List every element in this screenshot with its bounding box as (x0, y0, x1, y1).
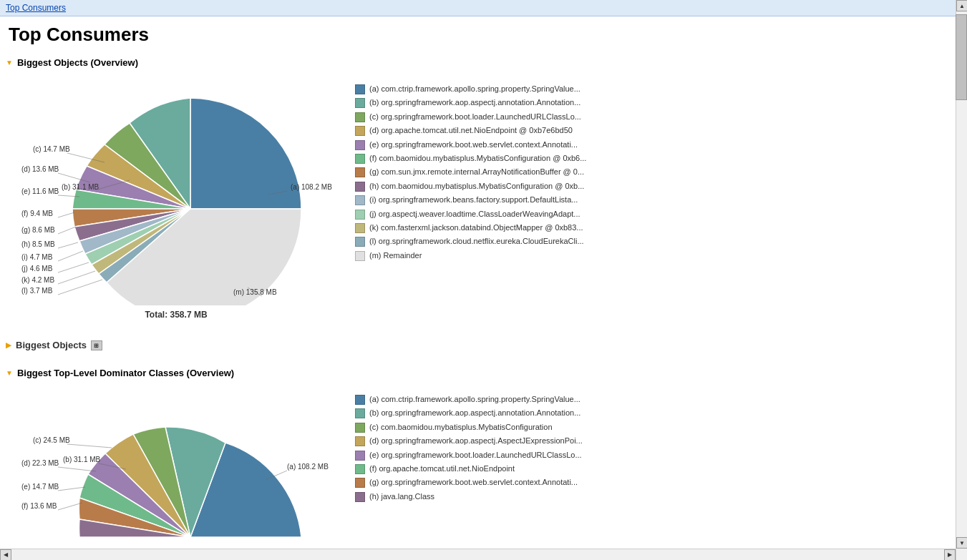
legend-color-3h (355, 492, 365, 502)
legend-text-1l: (l) org.springframework.cloud.netflix.eu… (369, 236, 584, 247)
section-dominator-classes: ▼ Biggest Top-Level Dominator Classes (O… (0, 365, 956, 550)
legend-color-3a (355, 395, 365, 405)
chart-area-3: (a) 108.2 MB (b) 31.1 MB (c) 24.5 MB (d)… (11, 387, 341, 544)
svg-line-18 (58, 212, 74, 217)
legend-item-3f: (f) org.apache.tomcat.util.net.NioEndpoi… (355, 463, 944, 474)
legend-text-1k: (k) com.fasterxml.jackson.databind.Objec… (369, 222, 583, 233)
legend-color-1a (355, 84, 365, 94)
svg-line-24 (58, 280, 102, 295)
svg-text:(i) 4.7 MB: (i) 4.7 MB (21, 253, 53, 261)
legend-item-1a: (a) com.ctrip.framework.apollo.spring.pr… (355, 84, 944, 94)
svg-line-20 (58, 242, 78, 248)
legend-text-1h: (h) com.baomidou.mybatisplus.MybatisConf… (369, 181, 584, 192)
legend-item-1c: (c) org.springframework.boot.loader.Laun… (355, 112, 944, 122)
svg-text:(a) 108.2 MB: (a) 108.2 MB (291, 183, 332, 191)
legend-text-1b: (b) org.springframework.aop.aspectj.anno… (369, 97, 580, 108)
legend-color-3g (355, 478, 365, 488)
chart1-total: Total: 358.7 MB (11, 310, 341, 320)
legend-text-1i: (i) org.springframework.beans.factory.su… (369, 195, 578, 205)
chart-area-1: (a) 108.2 MB (b) 31.1 MB (c) 14.7 MB (d)… (11, 77, 341, 320)
legend-item-3h: (h) java.lang.Class (355, 491, 944, 502)
legend-color-3b (355, 408, 365, 418)
legend-item-3d: (d) org.springframework.aop.aspectj.Aspe… (355, 436, 944, 446)
scroll-thumb-v[interactable] (956, 14, 967, 100)
legend-text-1d: (d) org.apache.tomcat.util.net.NioEndpoi… (369, 125, 573, 136)
legend-color-1f (355, 154, 365, 164)
legend-color-1h (355, 182, 365, 192)
legend-color-1i (355, 195, 365, 205)
legend-item-1e: (e) org.springframework.boot.web.servlet… (355, 139, 944, 150)
legend-color-1d (355, 126, 365, 136)
legend-text-3h: (h) java.lang.Class (369, 491, 434, 502)
svg-text:(e) 11.6 MB: (e) 11.6 MB (21, 187, 59, 195)
legend-item-1m: (m) Remainder (355, 250, 944, 261)
legend-item-3c: (c) com.baomidou.mybatisplus.MybatisConf… (355, 422, 944, 433)
legend-text-3b: (b) org.springframework.aop.aspectj.anno… (369, 408, 580, 418)
legend-item-1d: (d) org.apache.tomcat.util.net.NioEndpoi… (355, 125, 944, 136)
table-icon[interactable]: ⊞ (91, 340, 102, 350)
legend-text-3f: (f) org.apache.tomcat.util.net.NioEndpoi… (369, 463, 515, 474)
legend-text-3d: (d) org.springframework.aop.aspectj.Aspe… (369, 436, 583, 446)
page-title: Top Consumers (0, 16, 956, 54)
legend-text-3e: (e) org.springframework.boot.loader.Laun… (369, 450, 582, 461)
legend-item-1k: (k) com.fasterxml.jackson.databind.Objec… (355, 222, 944, 233)
legend-item-1h: (h) com.baomidou.mybatisplus.MybatisConf… (355, 181, 944, 192)
svg-text:(c) 14.7 MB: (c) 14.7 MB (33, 145, 70, 153)
legend-color-1e (355, 140, 365, 150)
scroll-up-arrow[interactable]: ▲ (956, 0, 967, 11)
svg-text:(a) 108.2 MB: (a) 108.2 MB (287, 463, 329, 471)
pie-chart-1: (a) 108.2 MB (b) 31.1 MB (c) 14.7 MB (d)… (11, 77, 341, 305)
scroll-left-arrow[interactable]: ◀ (0, 549, 11, 561)
svg-text:(d) 13.6 MB: (d) 13.6 MB (21, 165, 59, 173)
legend-color-3f (355, 464, 365, 474)
legend-text-1m: (m) Remainder (369, 250, 422, 261)
legend-color-1g (355, 167, 365, 177)
section2-title: Biggest Objects (16, 340, 87, 350)
section3-header[interactable]: ▼ Biggest Top-Level Dominator Classes (O… (0, 365, 956, 381)
legend-item-1i: (i) org.springframework.beans.factory.su… (355, 195, 944, 205)
svg-line-34 (67, 444, 112, 448)
svg-text:(c) 24.5 MB: (c) 24.5 MB (33, 436, 70, 444)
svg-line-22 (58, 262, 89, 272)
legend-item-3b: (b) org.springframework.aop.aspectj.anno… (355, 408, 944, 418)
svg-text:(k) 4.2 MB: (k) 4.2 MB (21, 276, 54, 284)
legend-color-1c (355, 112, 365, 122)
legend-color-3e (355, 451, 365, 461)
scroll-right-arrow[interactable]: ▶ (944, 549, 956, 561)
legend-text-3c: (c) com.baomidou.mybatisplus.MybatisConf… (369, 422, 553, 433)
svg-text:(f) 9.4 MB: (f) 9.4 MB (21, 210, 53, 217)
svg-line-21 (58, 251, 83, 261)
breadcrumb-link[interactable]: Top Consumers (6, 3, 66, 13)
legend-color-1j (355, 210, 365, 220)
svg-text:(e) 14.7 MB: (e) 14.7 MB (21, 483, 59, 491)
svg-line-23 (58, 271, 95, 284)
collapse-arrow-1: ▼ (6, 59, 13, 67)
legend-text-1f: (f) com.baomidou.mybatisplus.MybatisConf… (369, 153, 586, 164)
svg-line-19 (58, 227, 76, 234)
svg-text:(f) 13.6 MB: (f) 13.6 MB (21, 502, 57, 510)
legend-text-1a: (a) com.ctrip.framework.apollo.spring.pr… (369, 84, 580, 94)
vertical-scrollbar[interactable]: ▲ ▼ (956, 0, 967, 560)
legend-color-3d (355, 436, 365, 446)
main-content: Top Consumers Top Consumers ▼ Biggest Ob… (0, 0, 956, 560)
section1-header[interactable]: ▼ Biggest Objects (Overview) (0, 54, 956, 71)
legend-color-1m (355, 251, 365, 261)
svg-text:(h) 8.5 MB: (h) 8.5 MB (21, 240, 55, 248)
svg-text:(d) 22.3 MB: (d) 22.3 MB (21, 459, 59, 467)
horizontal-scrollbar[interactable]: ◀ ▶ (0, 549, 956, 560)
legend-color-3c (355, 423, 365, 433)
svg-text:(b) 31.1 MB: (b) 31.1 MB (62, 183, 99, 191)
section3-title: Biggest Top-Level Dominator Classes (Ove… (17, 368, 234, 378)
legend-text-1g: (g) com.sun.jmx.remote.internal.ArrayNot… (369, 167, 584, 177)
svg-text:(j) 4.6 MB: (j) 4.6 MB (21, 265, 53, 272)
section1-content: (a) 108.2 MB (b) 31.1 MB (c) 14.7 MB (d)… (0, 71, 956, 325)
scroll-down-arrow[interactable]: ▼ (956, 537, 967, 549)
svg-line-35 (58, 467, 96, 471)
legend-text-1c: (c) org.springframework.boot.loader.Laun… (369, 112, 581, 122)
section1-title: Biggest Objects (Overview) (17, 57, 138, 68)
legend-item-1j: (j) org.aspectj.weaver.loadtime.ClassLoa… (355, 209, 944, 220)
legend-item-3a: (a) com.ctrip.framework.apollo.spring.pr… (355, 394, 944, 405)
legend-color-1b (355, 98, 365, 108)
section2-header[interactable]: ▶ Biggest Objects ⊞ (0, 337, 956, 353)
legend-item-1f: (f) com.baomidou.mybatisplus.MybatisConf… (355, 153, 944, 164)
